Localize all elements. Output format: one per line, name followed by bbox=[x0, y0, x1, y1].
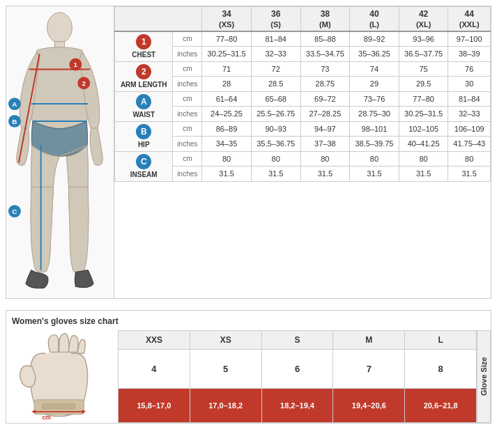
cell-0-inches-1: 32–33 bbox=[251, 47, 300, 61]
cell-1-inches-2: 28.75 bbox=[300, 77, 350, 92]
cell-3-inches-1: 35.5–36.75 bbox=[251, 137, 300, 152]
cell-0-cm-4: 93–96 bbox=[399, 31, 448, 47]
row-waist-cm: AWAISTcm61–6465–6869–7273–7677–8081–84 bbox=[115, 91, 491, 107]
gloves-cm-3: 19,4–20,6 bbox=[333, 388, 405, 423]
svg-rect-18 bbox=[43, 404, 76, 410]
cell-4-cm-2: 80 bbox=[300, 151, 350, 167]
empty-header bbox=[115, 7, 202, 31]
cell-4-cm-4: 80 bbox=[399, 151, 448, 167]
table-header-row: 34 (XS) 36 (S) 38 (M) 40 bbox=[115, 7, 491, 31]
size-table-container: 34 (XS) 36 (S) 38 (M) 40 bbox=[114, 6, 491, 298]
cell-3-cm-4: 102–105 bbox=[399, 121, 448, 137]
cell-4-inches-5: 31.5 bbox=[448, 167, 491, 182]
cell-1-cm-1: 72 bbox=[251, 61, 300, 77]
cell-0-inches-0: 30.25–31.5 bbox=[202, 47, 252, 61]
figure-illustration: A B C 1 2 bbox=[6, 6, 114, 298]
gloves-table-col: XXS XS S M L 4 5 6 bbox=[118, 330, 477, 423]
unit-cm-1: cm bbox=[173, 61, 202, 77]
unit-inches-1: inches bbox=[173, 77, 202, 92]
row-arm-length-cm: 2ARM LENGTHcm717273747576 bbox=[115, 61, 491, 77]
size-44-header: 44 (XXL) bbox=[448, 7, 491, 31]
cell-3-cm-1: 90–93 bbox=[251, 121, 300, 137]
svg-marker-20 bbox=[31, 410, 36, 414]
cell-1-inches-4: 29.5 bbox=[399, 77, 448, 92]
cell-4-inches-1: 31.5 bbox=[251, 167, 300, 182]
unit-cm-4: cm bbox=[173, 151, 202, 167]
gloves-size-4: 4 bbox=[118, 350, 190, 388]
cell-1-cm-3: 74 bbox=[350, 61, 399, 77]
cell-4-cm-0: 80 bbox=[202, 151, 252, 167]
cell-2-inches-5: 32–33 bbox=[448, 107, 491, 122]
cell-3-inches-3: 38.5–39.75 bbox=[350, 137, 399, 152]
svg-text:C: C bbox=[12, 208, 17, 215]
cell-3-cm-3: 98–101 bbox=[350, 121, 399, 137]
cell-0-inches-5: 38–39 bbox=[448, 47, 491, 61]
cell-1-cm-0: 71 bbox=[202, 61, 252, 77]
cell-2-cm-2: 69–72 bbox=[300, 91, 350, 107]
size-40-header: 40 (L) bbox=[350, 7, 399, 31]
cell-0-cm-3: 89–92 bbox=[350, 31, 399, 47]
cell-3-inches-0: 34–35 bbox=[202, 137, 252, 152]
cell-0-cm-2: 85–88 bbox=[300, 31, 350, 47]
cell-1-inches-3: 29 bbox=[350, 77, 399, 92]
cell-2-inches-2: 27–28.25 bbox=[300, 107, 350, 122]
gloves-side-label: Glove Size bbox=[477, 330, 491, 423]
size-34-header: 34 (XS) bbox=[202, 7, 252, 31]
svg-text:cm: cm bbox=[43, 415, 52, 421]
unit-cm-3: cm bbox=[173, 121, 202, 137]
gloves-table-area: XXS XS S M L 4 5 6 bbox=[118, 330, 491, 423]
svg-text:1: 1 bbox=[74, 61, 78, 68]
cell-2-inches-0: 24–25.25 bbox=[202, 107, 252, 122]
cell-2-cm-0: 61–64 bbox=[202, 91, 252, 107]
cell-3-cm-2: 94–97 bbox=[300, 121, 350, 137]
unit-cm-2: cm bbox=[173, 91, 202, 107]
row-inseam-cm: CINSEAMcm808080808080 bbox=[115, 151, 491, 167]
svg-point-0 bbox=[47, 13, 72, 43]
cell-2-cm-3: 73–76 bbox=[350, 91, 399, 107]
gloves-xs-header: XS bbox=[190, 331, 261, 350]
cell-2-inches-1: 25.5–26.75 bbox=[251, 107, 300, 122]
cell-1-inches-0: 28 bbox=[202, 77, 252, 92]
main-container: A B C 1 2 bbox=[0, 0, 497, 429]
cell-3-inches-2: 37–38 bbox=[300, 137, 350, 152]
label-0: 1CHEST bbox=[115, 31, 173, 62]
gloves-cm-2: 18,2–19,4 bbox=[261, 388, 333, 423]
gloves-header-row: XXS XS S M L bbox=[118, 331, 477, 350]
cell-2-cm-4: 77–80 bbox=[399, 91, 448, 107]
gloves-size-5: 5 bbox=[190, 350, 261, 388]
cell-1-inches-1: 28.5 bbox=[251, 77, 300, 92]
row-hip-cm: BHIPcm86–8990–9394–9798–101102–105106–10… bbox=[115, 121, 491, 137]
label-2: AWAIST bbox=[115, 91, 173, 121]
unit-inches-0: inches bbox=[173, 47, 202, 61]
gloves-m-header: M bbox=[333, 331, 405, 350]
row-chest-cm: 1CHESTcm77–8081–8485–8889–9293–9697–100 bbox=[115, 31, 491, 47]
size-chart-section: A B C 1 2 bbox=[6, 6, 491, 299]
cell-0-cm-0: 77–80 bbox=[202, 31, 252, 47]
label-1: 2ARM LENGTH bbox=[115, 61, 173, 91]
cell-4-cm-3: 80 bbox=[350, 151, 399, 167]
cell-4-cm-1: 80 bbox=[251, 151, 300, 167]
cell-1-cm-4: 75 bbox=[399, 61, 448, 77]
gloves-cm-0: 15,8–17,0 bbox=[118, 388, 190, 423]
svg-text:B: B bbox=[12, 118, 17, 125]
unit-cm-0: cm bbox=[173, 31, 202, 47]
cell-0-inches-4: 36.5–37.75 bbox=[399, 47, 448, 61]
gloves-cm-row: 15,8–17,0 17,0–18,2 18,2–19,4 19,4–20,6 … bbox=[118, 388, 477, 423]
gloves-size-6: 6 bbox=[261, 350, 333, 388]
cell-4-inches-0: 31.5 bbox=[202, 167, 252, 182]
gloves-l-header: L bbox=[405, 331, 477, 350]
cell-1-cm-5: 76 bbox=[448, 61, 491, 77]
unit-inches-3: inches bbox=[173, 137, 202, 152]
cell-0-cm-1: 81–84 bbox=[251, 31, 300, 47]
size-table: 34 (XS) 36 (S) 38 (M) 40 bbox=[114, 6, 491, 182]
gloves-size-row: 4 5 6 7 8 bbox=[118, 350, 477, 388]
gloves-size-7: 7 bbox=[333, 350, 405, 388]
svg-text:A: A bbox=[12, 100, 17, 108]
label-4: CINSEAM bbox=[115, 151, 173, 181]
cell-2-cm-5: 81–84 bbox=[448, 91, 491, 107]
cell-0-cm-5: 97–100 bbox=[448, 31, 491, 47]
cell-2-inches-3: 28.75–30 bbox=[350, 107, 399, 122]
cell-2-cm-1: 65–68 bbox=[251, 91, 300, 107]
cell-4-inches-4: 31.5 bbox=[399, 167, 448, 182]
cell-3-cm-5: 106–109 bbox=[448, 121, 491, 137]
